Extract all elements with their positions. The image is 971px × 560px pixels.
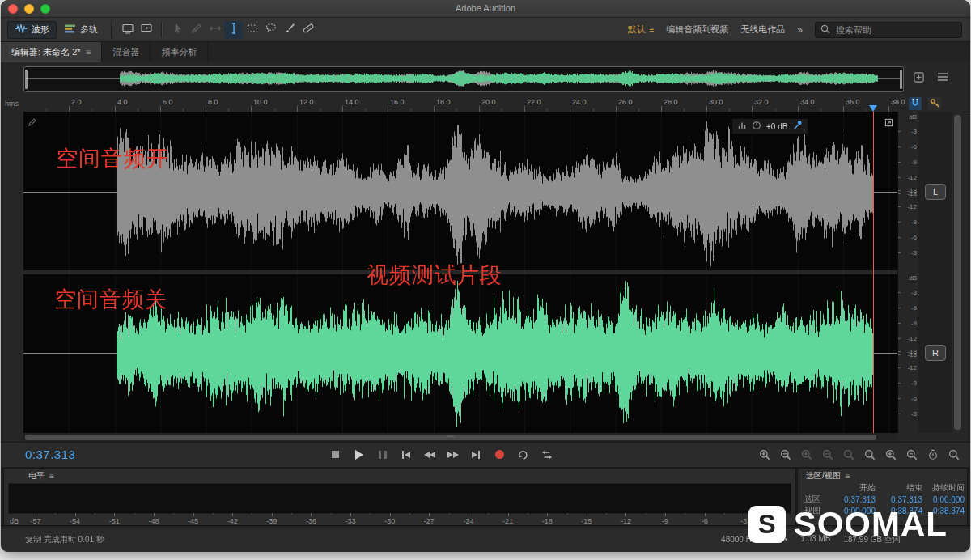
levels-scale-tick xyxy=(449,513,450,515)
pause-button[interactable] xyxy=(373,447,392,462)
current-time-display[interactable]: 0:37.313 xyxy=(25,448,75,461)
db-scale-tick xyxy=(898,351,901,352)
spot-healing-brush-tool-button[interactable] xyxy=(299,21,317,39)
close-window-icon[interactable] xyxy=(8,4,18,14)
panel-menu-icon[interactable]: ≡ xyxy=(846,472,850,481)
db-scale-label: -6 xyxy=(911,143,917,151)
zoom-in-button[interactable] xyxy=(757,448,771,461)
skip-to-start-button[interactable] xyxy=(396,447,415,462)
fast-forward-button[interactable] xyxy=(443,447,462,462)
hud-gain-value[interactable]: +0 dB xyxy=(766,122,787,131)
ruler-tick xyxy=(251,106,252,112)
levels-scale-label: -18 xyxy=(542,517,553,525)
channel-left-button[interactable]: L xyxy=(925,184,946,200)
levels-scale-label: -3 xyxy=(740,517,747,525)
waveform-display[interactable]: 空间音频开 视频测试片段 空间音频关 +0 dB xyxy=(23,112,897,433)
levels-scale-label: -21 xyxy=(502,517,513,525)
skip-to-end-button[interactable] xyxy=(467,447,486,462)
db-scale-tick xyxy=(898,162,901,163)
zoom-window-icon[interactable] xyxy=(40,4,50,14)
zoom-in-amplitude-button[interactable] xyxy=(884,448,897,461)
waveform-view-button[interactable]: 波形 xyxy=(7,21,57,39)
rewind-button[interactable] xyxy=(420,447,439,462)
zoom-full-button[interactable] xyxy=(863,448,876,461)
horizontal-scrollbar[interactable]: ⋯ xyxy=(23,433,897,442)
loop-button[interactable] xyxy=(514,447,532,462)
ruler-tick xyxy=(160,106,161,112)
tab-editor[interactable]: 编辑器: 未命名 2* ≡ xyxy=(1,42,102,62)
panel-options-button[interactable] xyxy=(935,71,949,85)
workspace-selector[interactable]: 默认 ≡ xyxy=(627,23,654,36)
lasso-selection-tool-button[interactable] xyxy=(261,21,280,39)
search-input[interactable] xyxy=(834,24,956,36)
spectral-pitch-toggle-button[interactable] xyxy=(137,21,155,39)
timeline-ruler[interactable]: hms 2.04.06.08.010.012.014.016.018.020.0… xyxy=(1,95,970,112)
ruler-label: 2.0 xyxy=(71,98,82,106)
levels-scale-tick xyxy=(232,513,233,516)
selection-time-value[interactable]: 0:00.000 xyxy=(924,495,966,504)
vertical-scrollbar[interactable] xyxy=(952,112,963,433)
panel-menu-icon[interactable]: ≡ xyxy=(87,48,91,57)
selection-time-value[interactable]: 0:37.313 xyxy=(877,495,924,504)
multitrack-view-icon xyxy=(64,23,76,36)
tab-mixer[interactable]: 混音器 xyxy=(102,42,151,62)
db-scale-label: -3 xyxy=(911,410,917,418)
hud-knob-icon[interactable] xyxy=(752,119,761,134)
zoom-reset-button[interactable] xyxy=(947,448,960,461)
razor-tool-button[interactable] xyxy=(187,21,206,39)
zoom-to-selection-button[interactable] xyxy=(842,448,855,461)
selection-view-header: 选区/视图 ≡ xyxy=(798,469,967,482)
multitrack-view-button[interactable]: 多轨 xyxy=(57,21,105,39)
move-tool-button[interactable] xyxy=(168,21,187,39)
zoom-in-at-in-point-button[interactable] xyxy=(799,448,813,461)
marker-key-button[interactable] xyxy=(928,97,941,110)
stop-button[interactable] xyxy=(326,447,345,462)
slip-tool-button[interactable] xyxy=(206,21,224,39)
gain-hud[interactable]: +0 dB xyxy=(731,118,808,134)
zoom-in-at-out-point-button[interactable] xyxy=(820,448,834,461)
zoom-fit-button[interactable] xyxy=(912,71,926,85)
workspace-menu-icon: ≡ xyxy=(649,25,654,34)
hud-pin-icon[interactable] xyxy=(792,119,803,134)
minimize-window-icon[interactable] xyxy=(24,4,34,14)
play-button[interactable] xyxy=(350,447,368,462)
spectral-frequency-toggle-button[interactable] xyxy=(118,21,137,39)
hud-meter-icon xyxy=(737,119,747,134)
snap-toggle-button[interactable] xyxy=(909,97,922,110)
shuttle-button[interactable] xyxy=(537,447,556,462)
time-selection-tool-button[interactable] xyxy=(224,21,243,39)
panel-maximize-icon[interactable] xyxy=(884,116,893,130)
paintbrush-selection-tool-button[interactable] xyxy=(280,21,299,39)
spectral-frequency-icon xyxy=(121,22,134,37)
timer-button[interactable] xyxy=(926,448,939,461)
navigator-waveform[interactable] xyxy=(26,67,901,90)
tab-frequency-analysis[interactable]: 频率分析 xyxy=(151,42,208,62)
waveform-view-label: 波形 xyxy=(32,23,49,36)
levels-scale-tick xyxy=(606,513,607,515)
playhead-line[interactable] xyxy=(873,112,874,433)
annotation-spatial-audio-off: 空间音频关 xyxy=(54,285,167,314)
levels-scale-tick xyxy=(331,513,332,515)
workspace-overflow-icon[interactable]: » xyxy=(797,24,803,36)
ruler-tick xyxy=(798,106,799,112)
db-scale-tick xyxy=(898,414,901,414)
levels-scale-tick xyxy=(55,513,56,515)
record-button[interactable] xyxy=(490,447,509,462)
selection-time-value[interactable]: 0:37.313 xyxy=(830,495,877,504)
zoom-out-button[interactable] xyxy=(778,448,792,461)
vertical-scrollbar-thumb[interactable] xyxy=(954,115,961,430)
db-scale-tick xyxy=(898,323,901,324)
navigator-range[interactable] xyxy=(23,66,904,92)
marquee-selection-tool-button[interactable] xyxy=(243,21,261,39)
edit-pencil-icon[interactable] xyxy=(28,116,36,130)
channel-right-button[interactable]: R xyxy=(925,345,946,361)
panel-menu-icon[interactable]: ≡ xyxy=(49,472,54,481)
workspace-item-edit-audio-to-video[interactable]: 编辑音频到视频 xyxy=(666,23,728,36)
levels-panel-header: 电平 ≡ xyxy=(4,469,795,482)
zoom-out-amplitude-button[interactable] xyxy=(905,448,918,461)
playhead-marker-icon[interactable] xyxy=(869,105,877,112)
horizontal-scrollbar-thumb[interactable]: ⋯ xyxy=(25,435,876,440)
search-box[interactable] xyxy=(815,22,962,38)
workspace-item-radio-production[interactable]: 无线电作品 xyxy=(740,23,785,36)
levels-scale-tick xyxy=(114,513,115,516)
